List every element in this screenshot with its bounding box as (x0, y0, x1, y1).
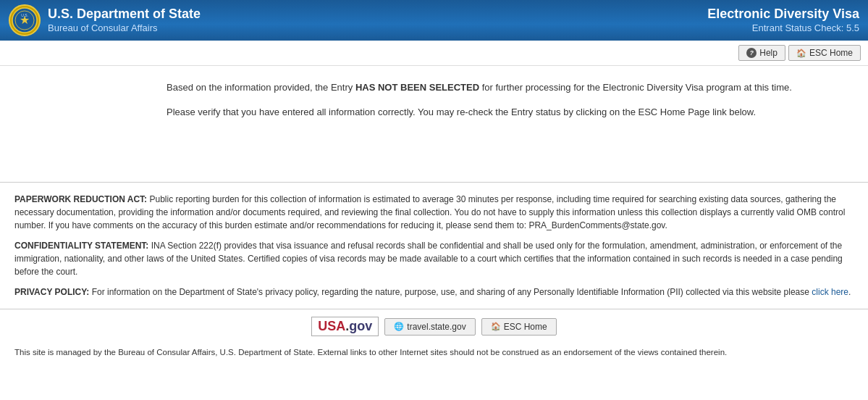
confidentiality-label: CONFIDENTIALITY STATEMENT: (14, 241, 148, 251)
privacy-label: PRIVACY POLICY: (14, 287, 89, 297)
help-button[interactable]: ? Help (738, 45, 785, 61)
home-icon-bottom: 🏠 (491, 322, 501, 331)
site-footer-text: This site is managed by the Bureau of Co… (14, 348, 727, 357)
toolbar: ? Help 🏠 ESC Home (0, 41, 868, 66)
paragraph1-suffix: for further processing for the Electroni… (479, 82, 792, 93)
privacy-period: . (848, 287, 851, 297)
paperwork-label: PAPERWORK REDUCTION ACT: (14, 194, 147, 204)
footer-info: PAPERWORK REDUCTION ACT: Public reportin… (0, 182, 868, 309)
seal-icon: ★ U.S. (9, 4, 41, 36)
header-title-main: U.S. Department of State (48, 7, 201, 22)
header-right-title: Electronic Diversity Visa (707, 7, 859, 22)
travel-label: travel.state.gov (407, 322, 465, 332)
privacy-text: For information on the Department of Sta… (89, 287, 812, 297)
esc-home-button[interactable]: 🏠 ESC Home (788, 45, 861, 61)
not-selected-bold: HAS NOT BEEN SELECTED (355, 82, 479, 93)
usa-text: USA (318, 319, 345, 334)
header-title-sub: Bureau of Consular Affairs (48, 22, 201, 34)
site-footer: This site is managed by the Bureau of Co… (0, 343, 868, 364)
header-right-sub: Entrant Status Check: 5.5 (707, 22, 859, 34)
svg-text:U.S.: U.S. (21, 13, 28, 17)
usa-gov-logo: USA.gov (311, 317, 379, 336)
privacy-link[interactable]: click here (812, 287, 848, 297)
header-title-block: U.S. Department of State Bureau of Consu… (48, 7, 201, 33)
paragraph1-prefix: Based on the information provided, the E… (167, 82, 355, 93)
esc-home-bottom-button[interactable]: 🏠 ESC Home (481, 318, 557, 336)
help-label: Help (759, 48, 778, 58)
travel-state-gov-button[interactable]: 🌐 travel.state.gov (384, 318, 475, 336)
page-header: ★ U.S. U.S. Department of State Bureau o… (0, 0, 868, 41)
header-right: Electronic Diversity Visa Entrant Status… (707, 7, 859, 33)
home-icon: 🏠 (796, 49, 806, 58)
paperwork-paragraph: PAPERWORK REDUCTION ACT: Public reportin… (14, 193, 854, 232)
gov-text: gov (349, 319, 372, 334)
header-left: ★ U.S. U.S. Department of State Bureau o… (9, 4, 201, 36)
confidentiality-paragraph: CONFIDENTIALITY STATEMENT: INA Section 2… (14, 239, 854, 278)
esc-home-bottom-label: ESC Home (504, 322, 547, 332)
main-content: Based on the information provided, the E… (0, 66, 868, 175)
esc-home-label: ESC Home (809, 48, 853, 58)
bottom-nav: USA.gov 🌐 travel.state.gov 🏠 ESC Home (0, 309, 868, 343)
privacy-paragraph: PRIVACY POLICY: For information on the D… (14, 286, 854, 299)
globe-icon: 🌐 (394, 322, 404, 331)
paragraph-verify: Please verify that you have entered all … (167, 105, 846, 120)
help-icon: ? (746, 48, 757, 58)
paragraph-not-selected: Based on the information provided, the E… (167, 80, 846, 95)
